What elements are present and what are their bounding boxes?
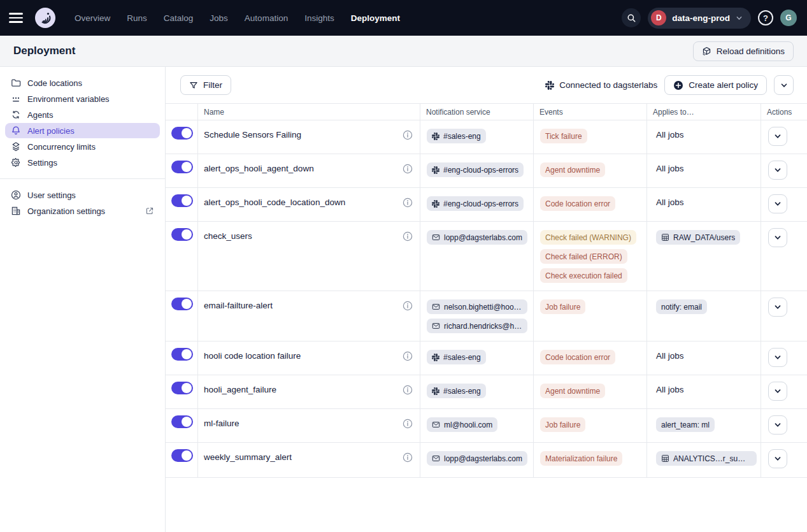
policy-enabled-toggle[interactable] — [171, 348, 193, 361]
policy-enabled-toggle[interactable] — [171, 415, 193, 428]
chevron-down-icon — [774, 133, 782, 140]
row-actions-button[interactable] — [768, 127, 787, 146]
column-header-events: Events — [533, 104, 646, 120]
applies-to-label: notify: email — [661, 303, 702, 312]
policy-enabled-toggle[interactable] — [171, 194, 193, 207]
applies-to-label: ANALYTICS…r_summary — [673, 454, 752, 463]
dagster-logo-icon[interactable] — [34, 7, 56, 29]
user-icon — [11, 190, 21, 200]
help-button[interactable]: ? — [758, 10, 773, 25]
slack-icon — [545, 81, 554, 90]
policy-enabled-toggle[interactable] — [171, 449, 193, 462]
info-icon[interactable] — [403, 417, 413, 429]
info-icon[interactable] — [403, 350, 413, 361]
policy-enabled-toggle[interactable] — [171, 127, 193, 140]
notification-label: nelson.bighetti@hooli.co… — [444, 303, 522, 312]
reload-definitions-button[interactable]: Reload definitions — [693, 41, 794, 61]
sidebar-item-agents[interactable]: Agents — [5, 107, 160, 122]
events: Code location error — [533, 341, 646, 375]
notification-tag: #sales-eng — [427, 384, 486, 398]
sidebar-item-label: Alert policies — [27, 126, 75, 136]
sidebar-item-settings[interactable]: Settings — [5, 155, 160, 170]
policy-enabled-toggle[interactable] — [171, 161, 193, 173]
table-row: weekly_summary_alert lopp@dagsterlabs.co… — [166, 443, 807, 478]
events: Job failure — [533, 291, 646, 341]
row-actions-button[interactable] — [768, 382, 787, 401]
asset-table-icon — [661, 454, 669, 463]
row-actions-button[interactable] — [768, 228, 787, 247]
table-row: check_users lopp@dagsterlabs.com Check f… — [166, 222, 807, 291]
topnav-item-catalog[interactable]: Catalog — [157, 10, 201, 27]
reload-definitions-label: Reload definitions — [717, 47, 785, 56]
email-icon — [432, 454, 440, 463]
policy-enabled-toggle[interactable] — [171, 382, 193, 394]
info-icon[interactable] — [403, 162, 413, 174]
policy-enabled-toggle[interactable] — [171, 298, 193, 310]
sidebar-item-user-settings[interactable]: User settings — [5, 187, 160, 203]
deployment-badge: D — [651, 10, 666, 25]
menu-icon[interactable] — [9, 8, 28, 27]
slack-icon — [432, 133, 439, 140]
applies-to: All jobs — [646, 375, 761, 408]
info-icon[interactable] — [403, 196, 413, 208]
sidebar-item-code-locations[interactable]: Code locations — [5, 75, 160, 90]
chevron-down-icon — [774, 303, 782, 311]
page-title: Deployment — [13, 45, 75, 57]
create-alert-policy-button[interactable]: Create alert policy — [664, 75, 767, 95]
info-icon[interactable] — [403, 384, 413, 395]
dots-icon — [11, 94, 21, 104]
deployment-sidebar: Code locationsEnvironment variablesAgent… — [0, 67, 166, 532]
more-options-button[interactable] — [774, 75, 794, 95]
events: Tick failure — [533, 120, 646, 154]
sidebar-item-concurrency-limits[interactable]: Concurrency limits — [5, 139, 160, 154]
applies-to-text: All jobs — [656, 384, 684, 394]
event-badge: Agent downtime — [540, 162, 605, 177]
topnav-item-jobs[interactable]: Jobs — [203, 10, 235, 27]
notification-tag: lopp@dagsterlabs.com — [427, 451, 527, 466]
column-header-applies-to: Applies to… — [646, 104, 761, 120]
row-actions-button[interactable] — [768, 415, 787, 435]
row-actions-button[interactable] — [768, 161, 787, 180]
top-navigation: OverviewRunsCatalogJobsAutomationInsight… — [0, 0, 807, 36]
filter-label: Filter — [203, 80, 222, 90]
sidebar-item-environment-variables[interactable]: Environment variables — [5, 91, 160, 106]
filter-button[interactable]: Filter — [180, 75, 231, 95]
info-icon[interactable] — [403, 451, 413, 463]
toolbar: Filter Connected to dagsterlabs Create a… — [166, 67, 807, 103]
search-icon — [627, 13, 636, 23]
policy-enabled-toggle[interactable] — [171, 228, 193, 241]
topnav-item-automation[interactable]: Automation — [238, 10, 295, 27]
topnav-item-insights[interactable]: Insights — [297, 10, 341, 27]
row-actions-button[interactable] — [768, 194, 787, 213]
sidebar-item-organization-settings[interactable]: Organization settings — [5, 203, 160, 219]
applies-to-tag: notify: email — [656, 299, 707, 314]
policy-name: hooli_agent_failure — [204, 384, 276, 394]
row-actions-button[interactable] — [768, 449, 787, 468]
plus-circle-icon — [673, 80, 683, 90]
info-icon[interactable] — [403, 129, 413, 140]
create-alert-policy-label: Create alert policy — [689, 80, 758, 90]
chevron-down-icon — [774, 354, 782, 361]
user-avatar[interactable]: G — [780, 10, 797, 26]
sidebar-item-alert-policies[interactable]: Alert policies — [5, 123, 160, 138]
notification-tag: nelson.bighetti@hooli.co… — [427, 299, 527, 314]
topnav-items: OverviewRunsCatalogJobsAutomationInsight… — [68, 10, 407, 27]
chevron-down-icon — [774, 234, 782, 241]
info-icon[interactable] — [403, 299, 413, 311]
topnav-item-runs[interactable]: Runs — [120, 10, 154, 27]
deployment-switcher[interactable]: D data-eng-prod — [648, 8, 751, 29]
topnav-item-deployment[interactable]: Deployment — [344, 10, 407, 27]
row-actions-button[interactable] — [768, 348, 787, 367]
row-actions-button[interactable] — [768, 298, 787, 317]
policy-name: weekly_summary_alert — [204, 451, 292, 462]
info-icon[interactable] — [403, 230, 413, 241]
event-badge: Materialization failure — [540, 451, 622, 466]
main-content: Filter Connected to dagsterlabs Create a… — [166, 67, 807, 532]
notification-label: richard.hendricks@hooli… — [444, 322, 522, 331]
topnav-item-overview[interactable]: Overview — [68, 10, 117, 27]
policy-name: Schedule Sensors Failing — [204, 129, 301, 140]
event-badge: Code location error — [540, 196, 615, 211]
notification-tag: lopp@dagsterlabs.com — [427, 230, 527, 245]
sidebar-item-label: Environment variables — [27, 94, 110, 104]
search-button[interactable] — [622, 8, 641, 27]
